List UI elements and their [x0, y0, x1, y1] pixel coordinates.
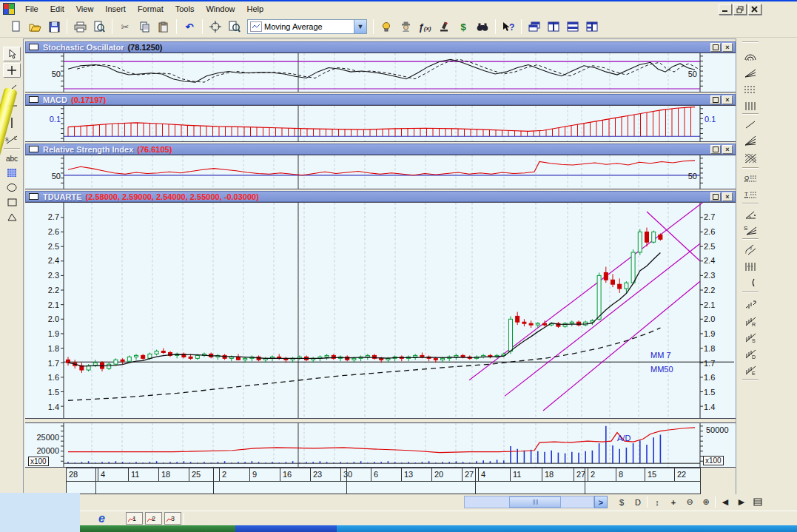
print-preview-button[interactable]: [90, 18, 108, 36]
date-marker-tool-button[interactable]: D: [741, 346, 759, 361]
scrollbar-right-arrow-button[interactable]: >: [594, 496, 608, 508]
menu-item-edit[interactable]: Edit: [44, 3, 70, 15]
raff-regression-tool-button[interactable]: ff: [741, 242, 759, 257]
buy-arrow-tool-button[interactable]: [741, 297, 759, 312]
scroll-right-button[interactable]: ▶: [734, 496, 749, 508]
system-tester-button[interactable]: $: [454, 18, 472, 36]
close-button[interactable]: [748, 4, 761, 15]
rsi-plot[interactable]: 50 50: [25, 155, 736, 189]
print-button[interactable]: [71, 18, 89, 36]
cut-button[interactable]: ✂: [116, 18, 134, 36]
panel-close-button[interactable]: ×: [722, 95, 733, 104]
exit-marker-tool-button[interactable]: E: [741, 363, 759, 377]
vertical-line-tool-button[interactable]: [3, 115, 21, 130]
combo-dropdown-arrow[interactable]: ▼: [354, 20, 366, 33]
internet-explorer-icon[interactable]: e: [98, 512, 118, 525]
arc-tool-button[interactable]: [741, 275, 759, 290]
panel-close-button[interactable]: ×: [722, 145, 733, 154]
price-plot[interactable]: MM 7 MM50 2.72.62.52.42.32.22.12.01.91.8…: [25, 202, 736, 419]
chart-tab-1[interactable]: 1: [126, 512, 143, 525]
text-tool-button[interactable]: abc: [3, 151, 21, 166]
window-list-button[interactable]: [750, 496, 765, 508]
panel-maximize-button[interactable]: [710, 95, 721, 104]
support-resistance-tool-button[interactable]: SL: [3, 132, 21, 147]
rectangle-tool-button[interactable]: [3, 195, 21, 209]
scroll-left-button[interactable]: ◀: [718, 496, 733, 508]
panel-maximize-button[interactable]: [710, 43, 721, 52]
panel-header-price[interactable]: TDUARTE (2.58000, 2.59000, 2.54000, 2.55…: [25, 191, 736, 202]
angle-tool-button[interactable]: [741, 206, 759, 221]
trendline-tool-button[interactable]: [3, 81, 21, 96]
copy-button[interactable]: [135, 18, 153, 36]
volume-plot[interactable]: 25000 20000 x100 50000 x100 A/D: [25, 422, 736, 468]
fibonacci-arcs-tool-button[interactable]: [741, 49, 759, 64]
macd-plot[interactable]: 0.1 0.1: [25, 105, 736, 142]
save-button[interactable]: [45, 18, 63, 36]
fibonacci-retracement-tool-button[interactable]: [741, 82, 759, 97]
tirone-levels-tool-button[interactable]: T: [741, 188, 759, 203]
pointer-tool-button[interactable]: [3, 47, 21, 61]
pan-button[interactable]: +: [666, 496, 681, 508]
panel-collapse-box[interactable]: [29, 193, 38, 200]
menu-item-window[interactable]: Window: [200, 3, 241, 15]
taskbar-window-button[interactable]: [337, 525, 797, 532]
minimize-button[interactable]: [719, 4, 732, 15]
downloader-button[interactable]: [474, 18, 491, 36]
chart-tab-3[interactable]: 3: [164, 512, 181, 525]
menu-item-file[interactable]: File: [19, 3, 44, 15]
zoom-chart-button[interactable]: [226, 18, 243, 36]
cascade-windows-button[interactable]: [525, 18, 543, 36]
panel-collapse-box[interactable]: [29, 146, 38, 152]
menu-item-insert[interactable]: Insert: [99, 3, 132, 15]
panel-header-stochastic[interactable]: Stochastic Oscillator (78.1250) ×: [25, 41, 736, 53]
panel-maximize-button[interactable]: [710, 145, 721, 154]
tile-grid-button[interactable]: [583, 18, 601, 36]
zoom-out-button[interactable]: ⊖: [682, 496, 697, 508]
tile-vertical-button[interactable]: [545, 18, 562, 36]
sell-marker-tool-button[interactable]: S: [741, 330, 759, 345]
panel-close-button[interactable]: ×: [722, 192, 733, 201]
menu-item-format[interactable]: Format: [132, 3, 169, 15]
menu-item-tools[interactable]: Tools: [169, 3, 201, 15]
periodicity-daily-button[interactable]: D: [630, 496, 645, 508]
trendline-by-angle-tool-button[interactable]: [741, 117, 759, 132]
reward-risk-tool-button[interactable]: R: [741, 314, 759, 329]
fibonacci-fan-tool-button[interactable]: [741, 65, 759, 80]
speed-resistance-tool-button[interactable]: S: [741, 223, 759, 238]
panel-header-rsi[interactable]: Relative Strength Index (76.6105) ×: [25, 144, 736, 155]
panel-collapse-box[interactable]: [29, 96, 38, 103]
undo-button[interactable]: ↶: [181, 18, 198, 36]
taskbar-start-segment[interactable]: [80, 525, 235, 532]
new-chart-button[interactable]: [7, 18, 24, 36]
panel-header-macd[interactable]: MACD (0.17197) ×: [25, 94, 736, 105]
quadrant-lines-tool-button[interactable]: Q: [741, 172, 759, 186]
horizontal-scrollbar-track[interactable]: [464, 496, 594, 508]
panel-collapse-box[interactable]: [29, 44, 38, 50]
polygon-tool-button[interactable]: [3, 209, 21, 224]
context-help-button[interactable]: ?: [500, 18, 517, 36]
grid-tool-button[interactable]: [3, 165, 21, 180]
open-button[interactable]: [26, 18, 44, 36]
restore-button[interactable]: [733, 4, 747, 15]
explorer-button[interactable]: [435, 18, 453, 36]
zoom-in-button[interactable]: ⊕: [699, 496, 713, 508]
paste-button[interactable]: [155, 18, 172, 36]
y-axis-scale-button[interactable]: $: [614, 496, 629, 508]
panel-close-button[interactable]: ×: [722, 43, 733, 52]
ellipse-tool-button[interactable]: [3, 180, 21, 195]
menu-item-help[interactable]: Help: [241, 3, 270, 15]
fit-vertical-button[interactable]: ↕: [650, 496, 665, 508]
gann-grid-tool-button[interactable]: [741, 151, 759, 166]
crosshair-tool-button[interactable]: [3, 63, 21, 78]
menu-item-view[interactable]: View: [70, 3, 100, 15]
crosshair-pointer-button[interactable]: [206, 18, 224, 36]
chart-tab-2[interactable]: 2: [145, 512, 162, 525]
panel-maximize-button[interactable]: [710, 192, 721, 201]
indicator-quicklist-combo[interactable]: Moving Average ▼: [247, 19, 367, 34]
horizontal-line-tool-button[interactable]: [3, 98, 21, 113]
cycle-lines-tool-button[interactable]: [741, 259, 759, 274]
stochastic-plot[interactable]: 50 50: [25, 53, 736, 92]
alert-button[interactable]: [377, 18, 395, 36]
tile-horizontal-button[interactable]: [564, 18, 582, 36]
fibonacci-timezones-tool-button[interactable]: [741, 98, 759, 113]
